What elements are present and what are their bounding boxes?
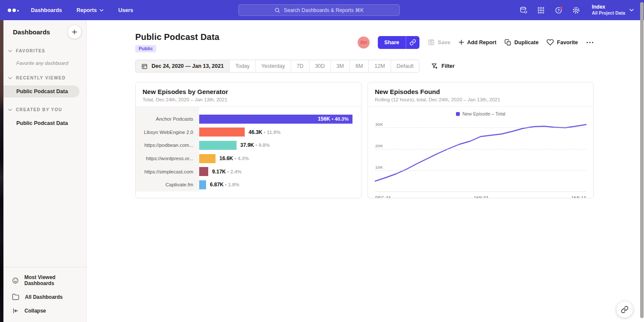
folder-icon [12, 293, 19, 301]
public-badge: Public [135, 45, 156, 52]
data-sources-icon[interactable] [519, 6, 528, 15]
add-report-button[interactable]: Add Report [459, 39, 496, 46]
bar-row: https://podbean.com...37.9K • 9.8% [136, 139, 361, 152]
share-button-group: Share [378, 36, 419, 49]
gridline: 10K [375, 170, 586, 171]
main-content: Public Podcast Data Public RH Share [87, 20, 644, 322]
preset-7d[interactable]: 7D [291, 60, 309, 72]
most-viewed-dashboards-button[interactable]: Most Viewed Dashboards [3, 271, 86, 290]
project-subtitle: All Project Data [592, 10, 625, 16]
plus-icon [459, 39, 464, 45]
bar-segment[interactable]: 156K • 40.3% [199, 115, 352, 124]
sidebar: Dashboards FAVORITES Favorite any dashbo… [3, 20, 87, 322]
bar-segment[interactable] [199, 154, 216, 163]
save-button[interactable]: Save [428, 39, 450, 46]
bar-segment[interactable] [199, 167, 208, 176]
settings-gear-icon[interactable] [571, 6, 581, 15]
bar-row: https://wordpress.or...16.6K • 4.3% [136, 152, 361, 165]
nav-item-dashboards[interactable]: Dashboards [31, 7, 62, 13]
bar-segment[interactable] [199, 128, 245, 137]
add-report-label: Add Report [467, 39, 496, 46]
link-icon [410, 39, 416, 46]
bar-segment[interactable] [199, 141, 237, 150]
search-input[interactable]: Search Dashboards & Reports ⌘K [238, 4, 400, 16]
legend-label: New Episode – Total [462, 111, 505, 116]
all-dashboards-button[interactable]: All Dashboards [3, 290, 86, 304]
scrollbar[interactable] [640, 2, 644, 318]
share-link-button[interactable] [406, 36, 419, 49]
favorite-label: Favorite [557, 39, 578, 46]
bar-row: Captivate.fm6.87K • 1.8% [136, 178, 361, 191]
search-placeholder: Search Dashboards & Reports ⌘K [284, 7, 364, 13]
filter-icon [431, 63, 438, 70]
preset-3m[interactable]: 3M [331, 60, 349, 72]
footer-item-label: Most Viewed Dashboards [24, 274, 82, 286]
filter-label: Filter [441, 63, 455, 69]
bar-row: Anchor Podcasts156K • 40.3% [136, 112, 361, 126]
duplicate-label: Duplicate [514, 39, 538, 46]
sidebar-item-public-podcast-data[interactable]: Public Podcast Data [3, 117, 86, 129]
link-icon [621, 306, 629, 313]
chevron-down-icon [100, 9, 103, 12]
y-tick: 10K [375, 165, 383, 170]
nav-item-label: Users [118, 7, 133, 13]
date-range-button[interactable]: Dec 24, 2020 — Jan 13, 2021 [136, 60, 229, 72]
collapse-icon [12, 307, 19, 314]
notification-badge [560, 6, 562, 9]
collapse-sidebar-button[interactable]: Collapse [3, 304, 86, 318]
ellipsis-icon [586, 40, 594, 45]
project-switcher[interactable]: Index All Project Data [592, 4, 634, 16]
sidebar-section-recently-viewed[interactable]: RECENTLY VIEWED [3, 76, 86, 80]
nav-item-users[interactable]: Users [118, 7, 133, 13]
chevron-down-icon [629, 9, 634, 12]
amplitude-logo-icon[interactable] [8, 9, 19, 12]
bar-chart-card[interactable]: New Episodes by Generator Total, Dec 24t… [135, 82, 361, 198]
chevron-down-icon [8, 109, 12, 111]
line-chart-card[interactable]: New Episodes Found Rolling (12 hours), t… [368, 82, 594, 198]
preset-yesterday[interactable]: Yesterday [255, 60, 291, 72]
x-tick: DEC 24 [375, 195, 391, 198]
filter-button[interactable]: Filter [431, 63, 455, 70]
avatar[interactable]: RH [358, 36, 370, 49]
duplicate-button[interactable]: Duplicate [504, 39, 538, 46]
preset-today[interactable]: Today [229, 60, 255, 72]
x-tick: JAN 03 [473, 195, 488, 198]
bar-value-label: 6.87K • 1.8% [210, 182, 240, 188]
add-dashboard-button[interactable] [68, 25, 81, 39]
share-button[interactable]: Share [378, 36, 406, 49]
share-link-fab[interactable] [617, 301, 633, 318]
sidebar-section-favorites[interactable]: FAVORITES [3, 49, 86, 53]
date-range-control: Dec 24, 2020 — Jan 13, 2021 Today Yester… [135, 60, 419, 73]
help-icon[interactable]: ? [554, 6, 563, 15]
favorite-button[interactable]: Favorite [547, 39, 578, 46]
background-strip [0, 20, 3, 322]
bar-segment[interactable] [199, 180, 206, 189]
nav-item-reports[interactable]: Reports [76, 7, 103, 13]
date-range-value: Dec 24, 2020 — Jan 13, 2021 [152, 63, 224, 69]
bar-chart: Anchor Podcasts156K • 40.3%Libsyn WebEng… [136, 107, 361, 196]
section-label: RECENTLY VIEWED [16, 76, 66, 80]
gridline: 30K [375, 128, 586, 128]
chart-legend[interactable]: New Episode – Total [375, 111, 586, 117]
chart-subtitle: Total, Dec 24th, 2020 – Jan 13th, 2021 [143, 97, 354, 102]
preset-6m[interactable]: 6M [349, 60, 368, 72]
bar-category-label: https://podbean.com... [136, 143, 199, 148]
apps-grid-icon[interactable] [536, 6, 546, 15]
chart-title: New Episodes Found [375, 88, 586, 95]
more-options-button[interactable] [586, 40, 594, 45]
sidebar-item-public-podcast-data[interactable]: Public Podcast Data [3, 85, 79, 97]
bar-row: Libsyn WebEngine 2.046.3K • 11.9% [136, 126, 361, 139]
preset-default[interactable]: Default [391, 60, 419, 72]
line-chart: New Episode – Total 10K20K30K DEC 24 JAN… [368, 111, 593, 198]
line-series[interactable] [375, 125, 586, 181]
legend-swatch [456, 112, 460, 116]
bar-value-label: 46.3K • 11.9% [249, 129, 280, 135]
chart-subtitle: Rolling (12 hours), total, Dec 24th, 202… [375, 97, 586, 102]
preset-30d[interactable]: 30D [309, 60, 331, 72]
preset-12m[interactable]: 12M [368, 60, 390, 72]
bar-category-label: Captivate.fm [136, 182, 199, 187]
bar-value-label: 9.17K • 2.4% [212, 169, 242, 175]
sidebar-section-created-by-you[interactable]: CREATED BY YOU [3, 107, 86, 112]
nav-item-label: Reports [76, 7, 97, 13]
footer-item-label: Collapse [24, 308, 46, 314]
